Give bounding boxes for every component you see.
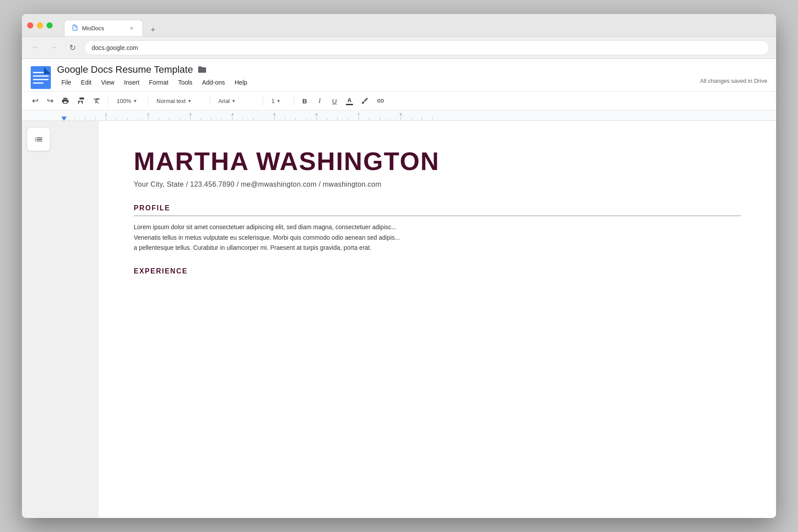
highlight-button[interactable] [358, 94, 371, 107]
format-clear-button[interactable] [90, 94, 103, 107]
title-bar: MioDocs × + [22, 14, 776, 37]
docs-toolbar: ↩ ↪ 100% ▼ [22, 92, 776, 110]
font-dropdown[interactable]: Arial ▼ [214, 94, 258, 107]
italic-button[interactable]: I [314, 94, 326, 107]
url-bar[interactable]: docs.google.com [84, 40, 769, 55]
paint-format-button[interactable] [75, 94, 88, 107]
address-bar: ← → ↻ docs.google.com [22, 37, 776, 59]
saved-status: All changes saved in Drive [700, 78, 767, 88]
undo-button[interactable]: ↩ [29, 94, 41, 107]
text-color-label: A [347, 97, 351, 103]
toolbar-divider-3 [210, 96, 210, 106]
underline-button[interactable]: U [328, 94, 341, 107]
link-button[interactable] [374, 94, 387, 107]
back-button[interactable]: ← [29, 41, 42, 54]
menu-addons[interactable]: Add-ons [198, 77, 229, 88]
svg-rect-0 [31, 66, 51, 89]
refresh-button[interactable]: ↻ [66, 41, 79, 54]
docs-title-row: Google Docs Resume Template [57, 64, 767, 75]
browser-window: MioDocs × + ← → ↻ docs.google.com [22, 14, 776, 518]
ruler-canvas [29, 110, 769, 121]
svg-rect-3 [33, 79, 49, 80]
svg-rect-4 [33, 82, 43, 84]
style-dropdown[interactable]: Normal text ▼ [153, 94, 205, 107]
doc-title[interactable]: Google Docs Resume Template [57, 64, 193, 75]
close-button[interactable] [27, 22, 33, 28]
menu-view[interactable]: View [97, 77, 119, 88]
text-color-bar [346, 104, 353, 105]
profile-divider [134, 216, 741, 216]
ruler [22, 110, 776, 121]
zoom-dropdown[interactable]: 100% ▼ [113, 94, 143, 107]
tab-title: MioDocs [82, 25, 104, 32]
tab-bar: MioDocs × + [64, 14, 160, 36]
style-chevron-icon: ▼ [187, 99, 192, 103]
font-value: Arial [218, 98, 230, 104]
active-tab[interactable]: MioDocs × [64, 20, 143, 36]
experience-heading: EXPERIENCE [134, 267, 741, 275]
resume-name: MARTHA WASHINGTON [134, 147, 741, 175]
folder-icon[interactable] [197, 65, 207, 75]
menu-tools[interactable]: Tools [174, 77, 197, 88]
zoom-chevron-icon: ▼ [133, 99, 137, 103]
docs-header: Google Docs Resume Template File Edit Vi… [22, 59, 776, 92]
size-chevron-icon: ▼ [276, 99, 281, 103]
size-value: 1 [271, 98, 274, 104]
outline-toggle-button[interactable] [27, 128, 50, 151]
new-tab-button[interactable]: + [146, 23, 160, 36]
forward-button[interactable]: → [47, 41, 61, 54]
menu-file[interactable]: File [57, 77, 76, 88]
print-button[interactable] [59, 94, 72, 107]
svg-rect-2 [33, 75, 49, 77]
docs-header-right: Google Docs Resume Template File Edit Vi… [57, 64, 767, 91]
minimize-button[interactable] [37, 22, 43, 28]
redo-button[interactable]: ↪ [44, 94, 56, 107]
text-color-button[interactable]: A [343, 94, 356, 107]
outline-panel [22, 121, 99, 518]
docs-chrome: Google Docs Resume Template File Edit Vi… [22, 59, 776, 518]
toolbar-divider-5 [294, 96, 294, 106]
font-chevron-icon: ▼ [232, 99, 236, 103]
menu-format[interactable]: Format [145, 77, 173, 88]
toolbar-divider-2 [148, 96, 148, 106]
menu-edit[interactable]: Edit [77, 77, 96, 88]
docs-page: MARTHA WASHINGTON Your City, State / 123… [99, 121, 776, 518]
style-value: Normal text [157, 98, 185, 104]
tab-close-button[interactable]: × [128, 25, 135, 32]
window-controls [27, 22, 53, 28]
size-dropdown[interactable]: 1 ▼ [267, 94, 289, 107]
maximize-button[interactable] [46, 22, 53, 28]
bold-button[interactable]: B [299, 94, 311, 107]
docs-body: MARTHA WASHINGTON Your City, State / 123… [22, 121, 776, 518]
profile-heading: PROFILE [134, 204, 741, 212]
toolbar-divider-4 [263, 96, 263, 106]
tab-docs-icon [71, 24, 78, 32]
docs-page-area: MARTHA WASHINGTON Your City, State / 123… [99, 121, 776, 518]
zoom-value: 100% [117, 98, 131, 104]
menu-help[interactable]: Help [230, 77, 252, 88]
profile-text: Lorem ipsum dolor sit amet consectetuer … [134, 222, 741, 253]
url-text: docs.google.com [92, 44, 138, 51]
menu-insert[interactable]: Insert [120, 77, 144, 88]
toolbar-divider-1 [108, 96, 108, 106]
menu-bar: File Edit View Insert Format Tools Add-o… [57, 77, 767, 91]
docs-logo-icon [31, 66, 51, 89]
resume-contact: Your City, State / 123.456.7890 / me@mwa… [134, 181, 741, 188]
